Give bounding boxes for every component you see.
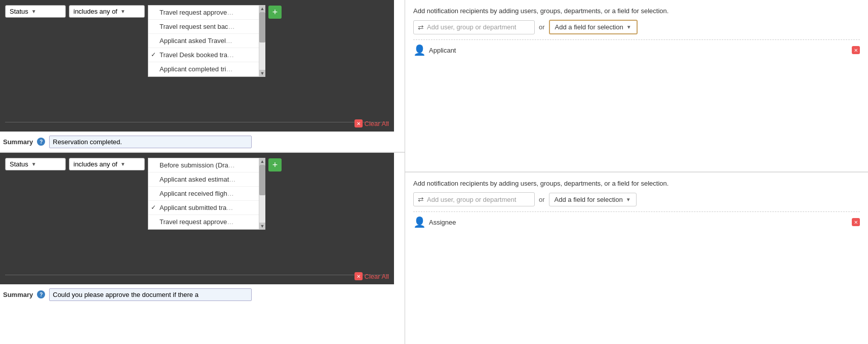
- top-includes-select[interactable]: includes any of ▼: [69, 5, 145, 18]
- bottom-notify-desc: Add notification recipients by adding us…: [413, 180, 860, 187]
- clear-icon: ✕: [354, 119, 363, 127]
- top-recipient-row: 👤 Applicant ✕: [413, 39, 860, 56]
- top-notify-desc: Add notification recipients by adding us…: [413, 7, 860, 15]
- main-layout: Status ▼ includes any of ▼ Travel reques…: [0, 0, 868, 344]
- top-notify-panel: Add notification recipients by adding us…: [405, 0, 868, 173]
- list-item[interactable]: Applicant completed tri…: [148, 62, 259, 76]
- plus-icon: +: [272, 7, 278, 18]
- top-summary-row: Summary ?: [0, 132, 405, 152]
- list-item[interactable]: Applicant received fligh…: [148, 187, 259, 201]
- top-add-button[interactable]: +: [268, 6, 282, 19]
- bottom-status-select[interactable]: Status ▼: [5, 158, 66, 170]
- scrollbar-thumb[interactable]: [259, 12, 265, 42]
- bottom-notify-panel: Add notification recipients by adding us…: [405, 173, 868, 344]
- top-dropdown-items: Travel request approve… Travel request s…: [148, 6, 259, 76]
- top-field-select-button[interactable]: Add a field for selection ▼: [549, 20, 638, 34]
- top-includes-arrow: ▼: [121, 9, 126, 14]
- bottom-filter-box: Status ▼ includes any of ▼ Before submis…: [0, 153, 394, 284]
- top-help-icon[interactable]: ?: [37, 138, 45, 146]
- bottom-includes-label: includes any of: [73, 160, 117, 168]
- bottom-summary-label: Summary: [3, 291, 33, 298]
- bottom-filter-footer: ✕ Clear All: [354, 272, 389, 280]
- bottom-summary-row: Summary ?: [0, 284, 405, 305]
- bottom-field-select-arrow: ▼: [626, 197, 631, 202]
- top-clear-all-label: Clear All: [365, 120, 389, 127]
- exchange-icon: ⇄: [418, 195, 424, 203]
- filter-divider: [5, 275, 389, 275]
- right-panel: Add notification recipients by adding us…: [405, 0, 868, 344]
- left-panel: Status ▼ includes any of ▼ Travel reques…: [0, 0, 405, 344]
- top-includes-label: includes any of: [73, 8, 117, 15]
- top-recipient-label: Applicant: [429, 47, 456, 54]
- top-filter-row: Status ▼ includes any of ▼ Travel reques…: [5, 5, 389, 77]
- top-status-select[interactable]: Status ▼: [5, 5, 66, 18]
- list-item[interactable]: Applicant asked Travel…: [148, 34, 259, 48]
- bottom-dropdown-list: Before submission (Dra… Applicant asked …: [148, 158, 259, 230]
- list-item[interactable]: Travel request sent bac…: [148, 20, 259, 34]
- top-filter-footer: ✕ Clear All: [354, 119, 389, 127]
- bottom-field-select-button[interactable]: Add a field for selection ▼: [549, 193, 637, 206]
- top-status-label: Status: [10, 8, 28, 15]
- bottom-recipient-row: 👤 Assignee ✕: [413, 211, 860, 228]
- top-user-input[interactable]: ⇄ Add user, group or department: [413, 20, 535, 34]
- top-input-placeholder: Add user, group or department: [427, 23, 516, 31]
- bottom-summary-input[interactable]: [49, 288, 252, 301]
- remove-icon: ✕: [852, 218, 860, 226]
- top-notify-input-row: ⇄ Add user, group or department or Add a…: [413, 20, 860, 34]
- bottom-dropdown-items: Before submission (Dra… Applicant asked …: [148, 158, 259, 229]
- top-summary-label: Summary: [3, 138, 33, 146]
- scrollbar-thumb[interactable]: [259, 165, 265, 195]
- scroll-up-arrow[interactable]: ▲: [259, 5, 265, 12]
- bottom-clear-all-label: Clear All: [365, 273, 389, 280]
- top-summary-input[interactable]: [49, 136, 252, 148]
- list-item[interactable]: Travel request approve…: [148, 6, 259, 20]
- bottom-add-button[interactable]: +: [268, 158, 282, 171]
- top-dropdown-list: Travel request approve… Travel request s…: [148, 5, 259, 77]
- scroll-up-arrow[interactable]: ▲: [259, 158, 265, 165]
- bottom-user-input[interactable]: ⇄ Add user, group or department: [413, 192, 535, 206]
- bottom-includes-select[interactable]: includes any of ▼: [69, 158, 145, 170]
- top-remove-recipient-button[interactable]: ✕: [852, 46, 860, 54]
- plus-icon: +: [272, 160, 278, 170]
- bottom-remove-recipient-button[interactable]: ✕: [852, 218, 860, 226]
- list-item[interactable]: Travel request approve…: [148, 215, 259, 229]
- bottom-input-placeholder: Add user, group or department: [427, 196, 516, 203]
- bottom-clear-all-button[interactable]: ✕ Clear All: [354, 272, 389, 280]
- bottom-or-text: or: [539, 196, 545, 203]
- bottom-status-label: Status: [10, 160, 28, 168]
- bottom-help-icon[interactable]: ?: [37, 290, 45, 298]
- exchange-icon: ⇄: [418, 23, 424, 31]
- top-field-select-arrow: ▼: [626, 24, 632, 30]
- bottom-notify-input-row: ⇄ Add user, group or department or Add a…: [413, 192, 860, 206]
- list-item[interactable]: Applicant asked estimat…: [148, 173, 259, 187]
- list-item[interactable]: Applicant submitted tra…: [148, 201, 259, 215]
- scroll-down-arrow[interactable]: ▼: [259, 223, 265, 230]
- top-field-select-label: Add a field for selection: [555, 23, 623, 31]
- filter-divider: [5, 122, 389, 122]
- clear-icon: ✕: [354, 272, 363, 280]
- scroll-down-arrow[interactable]: ▼: [259, 70, 265, 77]
- bottom-status-arrow: ▼: [31, 161, 36, 167]
- list-item[interactable]: Before submission (Dra…: [148, 158, 259, 173]
- top-recipient-person-icon: 👤: [413, 44, 426, 56]
- remove-icon: ✕: [852, 46, 860, 54]
- bottom-recipient-label: Assignee: [429, 219, 456, 226]
- bottom-includes-arrow: ▼: [121, 161, 126, 167]
- bottom-filter-row: Status ▼ includes any of ▼ Before submis…: [5, 158, 389, 230]
- bottom-scrollbar[interactable]: ▲ ▼: [259, 158, 265, 230]
- top-status-arrow: ▼: [31, 9, 36, 14]
- bottom-dropdown-wrap: Before submission (Dra… Applicant asked …: [148, 158, 265, 230]
- list-item[interactable]: Travel Desk booked tra…: [148, 48, 259, 62]
- top-or-text: or: [539, 23, 545, 31]
- top-clear-all-button[interactable]: ✕ Clear All: [354, 119, 389, 127]
- bottom-recipient-person-icon: 👤: [413, 216, 426, 228]
- top-scrollbar[interactable]: ▲ ▼: [259, 5, 265, 77]
- bottom-field-select-label: Add a field for selection: [555, 196, 623, 203]
- top-dropdown-wrap: Travel request approve… Travel request s…: [148, 5, 265, 77]
- top-filter-box: Status ▼ includes any of ▼ Travel reques…: [0, 0, 394, 132]
